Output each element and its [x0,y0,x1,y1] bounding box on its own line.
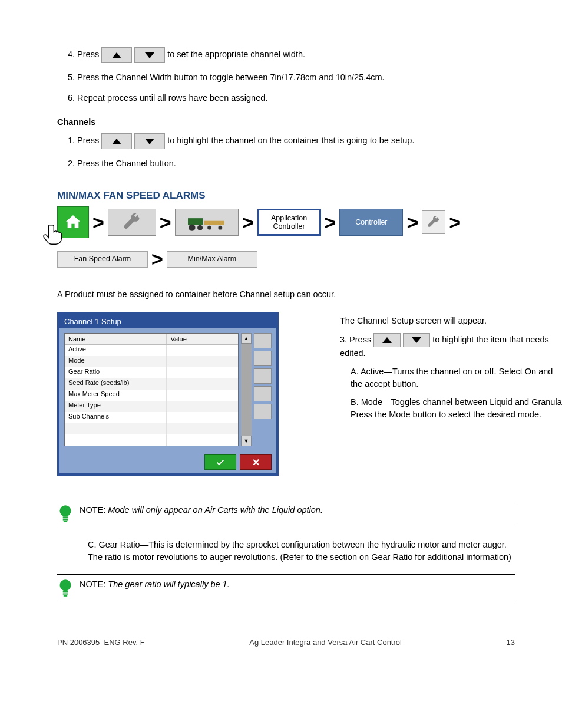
cell-name: Meter Type [65,401,167,412]
highlight-channel-step: 1. Press to highlight the channel on the… [68,133,515,149]
triangle-up-icon [112,139,121,144]
note-gear-ratio-text: The gear ratio will typically be 1. [108,579,229,589]
side-button-4[interactable] [254,386,272,401]
down-button-3[interactable] [403,333,430,347]
cell-name [65,423,167,434]
note-mode-text: Mode will only appear on Air Carts with … [108,505,323,515]
cell-value [167,401,238,412]
table-row[interactable]: Mode [65,356,238,367]
svg-point-4 [207,226,211,230]
checkmark-icon [214,457,226,467]
side-button-3[interactable] [254,368,272,384]
down-button-2[interactable] [134,133,165,149]
svg-point-5 [218,226,222,230]
page-footer: PN 2006395–ENG Rev. F Ag Leader Integra … [57,638,515,647]
path-separator: > [449,211,461,234]
svg-rect-12 [63,594,68,595]
scroll-down-button[interactable]: ▼ [241,436,252,446]
x-icon: ✕ [252,457,260,468]
svg-point-2 [197,225,203,230]
table-row[interactable] [65,434,238,446]
cell-name: Gear Ratio [65,367,167,378]
svg-rect-8 [63,519,68,521]
product-required-text: A Product must be assigned to container … [57,288,515,301]
cell-name [65,434,167,446]
scroll-up-button[interactable]: ▲ [241,333,252,344]
aside-mode-item: B. Mode—Toggles channel between Liquid a… [340,396,562,421]
home-icon-button[interactable] [57,206,89,238]
ok-button[interactable] [204,454,236,470]
cell-value [167,367,238,378]
svg-rect-11 [63,591,68,592]
table-row[interactable]: Meter Type [65,401,238,412]
up-button[interactable] [101,47,132,63]
min-max-alarm-button[interactable]: Min/Max Alarm [167,251,257,268]
note-block-mode: NOTE: Mode will only appear on Air Carts… [57,500,515,528]
table-row[interactable]: Seed Rate (seeds/lb) [65,378,238,390]
window-title: Channel 1 Setup [59,315,276,328]
updown-buttons-2[interactable] [101,133,165,149]
note-block-gear-ratio: NOTE: The gear ratio will typically be 1… [57,574,515,602]
cell-value [167,356,238,367]
updown-buttons-1[interactable] [101,47,165,63]
table-row[interactable]: Max Meter Speed [65,390,238,401]
svg-rect-9 [64,521,67,522]
cell-name: Max Meter Speed [65,390,167,401]
wrench-icon [427,216,440,229]
table-row[interactable]: Active [65,345,238,356]
up-button-2[interactable] [101,133,132,149]
cell-name: Mode [65,356,167,367]
scroll-track[interactable] [241,344,252,436]
column-header-name: Name [65,334,167,344]
lightbulb-icon [57,504,74,524]
tractor-icon [181,213,233,232]
svg-rect-0 [188,218,203,225]
aside-press-arrows: 3. Press to highlight the item that need… [340,333,562,360]
triangle-down-icon [145,139,154,144]
side-button-5[interactable] [254,404,272,419]
footer-center: Ag Leader Integra and Versa Air Cart Con… [145,638,507,647]
triangle-up-icon [382,337,392,343]
hand-pointer-icon [41,221,67,247]
side-button-2[interactable] [254,351,272,366]
tractor-button[interactable] [175,209,239,236]
svg-point-6 [59,505,71,516]
up-button-3[interactable] [373,333,401,347]
column-header-value: Value [167,334,238,344]
aside-setup-appears: The Channel Setup screen will appear. [340,315,562,327]
cell-name: Sub Channels [65,412,167,423]
side-button-1[interactable] [254,333,272,348]
path-separator: > [92,211,104,234]
svg-point-1 [189,224,195,230]
table-row[interactable] [65,423,238,434]
triangle-down-icon [145,52,154,58]
controller-button[interactable]: Controller [339,209,403,236]
cell-value [167,345,238,356]
cell-name: Active [65,345,167,356]
updown-buttons-3[interactable] [373,333,430,347]
wrench-icon [123,213,141,231]
channels-heading: Channels [57,116,515,129]
small-wrench-button[interactable] [422,210,445,234]
path-separator: > [242,211,254,234]
fan-speed-alarm-button[interactable]: Fan Speed Alarm [57,251,148,268]
triangle-down-icon [412,337,421,343]
path-separator: > [151,248,163,271]
table-row[interactable]: Sub Channels [65,412,238,423]
svg-rect-7 [63,516,68,518]
table-row[interactable]: Gear Ratio [65,367,238,378]
svg-point-10 [59,579,71,591]
aside-active-item: A. Active—Turns the channel on or off. S… [340,365,562,390]
app-controller-button[interactable]: Application Controller [257,209,321,236]
cell-value [167,423,238,434]
cancel-button[interactable]: ✕ [240,454,272,470]
cell-name: Seed Rate (seeds/lb) [65,378,167,390]
scrollbar[interactable]: ▲ ▼ [241,333,252,446]
gear-ratio-item: C. Gear Ratio—This is determined by the … [88,539,515,564]
setup-grid: Name Value ActiveModeGear RatioSeed Rate… [64,333,239,446]
channel-setup-window: Channel 1 Setup Name Value ActiveModeGea… [57,312,279,476]
svg-rect-3 [204,221,224,225]
down-button[interactable] [134,47,165,63]
repeat-rows-step: 6. Repeat process until all rows have be… [68,92,515,104]
wrench-button[interactable] [108,209,156,236]
